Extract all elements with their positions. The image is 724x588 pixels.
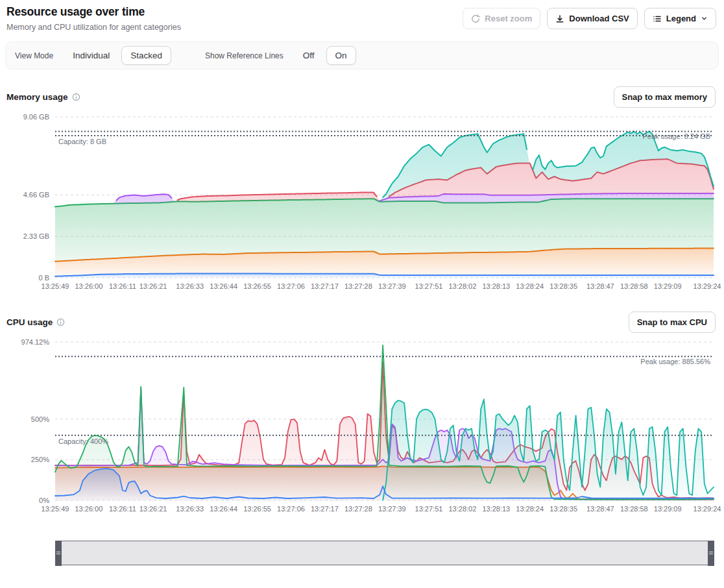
svg-text:13:26:44: 13:26:44	[210, 505, 237, 513]
svg-text:13:27:51: 13:27:51	[415, 282, 443, 290]
svg-text:13:28:47: 13:28:47	[586, 505, 614, 513]
page-title: Resource usage over time	[6, 5, 181, 19]
reference-lines-off[interactable]: Off	[294, 46, 324, 65]
svg-text:13:27:17: 13:27:17	[311, 282, 339, 290]
download-icon	[555, 14, 564, 23]
svg-text:9.06 GB: 9.06 GB	[23, 113, 49, 121]
reference-lines-label: Show Reference Lines	[205, 51, 284, 60]
svg-text:13:28:02: 13:28:02	[448, 505, 476, 513]
svg-text:250%: 250%	[31, 456, 49, 463]
refresh-icon	[471, 14, 480, 23]
brush-handle-right[interactable]	[708, 541, 714, 566]
svg-text:500%: 500%	[31, 415, 49, 423]
svg-text:13:26:55: 13:26:55	[243, 505, 271, 513]
svg-text:13:28:02: 13:28:02	[448, 282, 476, 290]
view-controls-bar: View Mode Individual Stacked Show Refere…	[5, 42, 719, 69]
legend-button[interactable]: Legend	[644, 8, 716, 29]
svg-text:13:26:33: 13:26:33	[176, 505, 204, 513]
svg-text:13:26:00: 13:26:00	[75, 505, 103, 513]
cpu-usage-heading: CPU usage	[6, 317, 53, 327]
svg-text:13:28:13: 13:28:13	[482, 282, 510, 290]
memory-usage-heading: Memory usage	[6, 92, 68, 102]
svg-text:13:28:13: 13:28:13	[482, 505, 510, 513]
svg-text:13:28:58: 13:28:58	[620, 282, 648, 290]
time-range-brush[interactable]	[55, 541, 714, 565]
snap-to-max-cpu-button[interactable]: Snap to max CPU	[629, 312, 716, 333]
svg-text:Peak usage: 885.56%: Peak usage: 885.56%	[640, 358, 710, 365]
svg-text:13:28:58: 13:28:58	[620, 505, 648, 513]
svg-text:Peak usage: 8.24 GB: Peak usage: 8.24 GB	[642, 132, 710, 140]
svg-text:13:27:28: 13:27:28	[344, 505, 372, 513]
snap-to-max-memory-button[interactable]: Snap to max memory	[614, 86, 716, 108]
memory-usage-chart[interactable]: 9.06 GB4.66 GB2.33 GB0 BCapacity: 8 GBPe…	[0, 111, 724, 294]
svg-text:13:29:24: 13:29:24	[694, 282, 721, 290]
cpu-section-title: CPU usage	[6, 317, 65, 327]
svg-text:13:25:49: 13:25:49	[42, 282, 69, 290]
svg-text:13:25:49: 13:25:49	[42, 505, 69, 513]
reference-lines-on[interactable]: On	[326, 46, 356, 65]
svg-text:0%: 0%	[39, 496, 49, 504]
svg-text:2.33 GB: 2.33 GB	[23, 232, 49, 240]
legend-label: Legend	[666, 14, 696, 23]
svg-text:13:29:09: 13:29:09	[654, 282, 682, 290]
svg-text:0 B: 0 B	[38, 274, 49, 282]
page-subtitle: Memory and CPU utilization for agent cat…	[6, 23, 181, 32]
info-icon[interactable]	[56, 318, 65, 326]
svg-text:Capacity: 8 GB: Capacity: 8 GB	[58, 138, 106, 145]
svg-text:13:27:17: 13:27:17	[311, 505, 339, 513]
snap-to-max-memory-label: Snap to max memory	[622, 92, 708, 102]
svg-text:13:28:35: 13:28:35	[549, 282, 577, 290]
svg-text:13:26:11: 13:26:11	[109, 282, 136, 290]
view-mode-stacked[interactable]: Stacked	[121, 46, 171, 65]
svg-text:13:26:33: 13:26:33	[176, 282, 204, 290]
info-icon[interactable]	[72, 93, 80, 101]
svg-text:13:26:21: 13:26:21	[139, 282, 167, 290]
svg-text:13:26:21: 13:26:21	[139, 505, 167, 513]
svg-text:974.12%: 974.12%	[21, 338, 50, 346]
svg-text:13:27:51: 13:27:51	[415, 505, 443, 513]
svg-text:13:28:47: 13:28:47	[586, 282, 614, 290]
svg-text:13:27:39: 13:27:39	[378, 282, 406, 290]
svg-text:13:27:39: 13:27:39	[378, 505, 406, 513]
svg-text:Capacity: 400%: Capacity: 400%	[58, 437, 108, 445]
reset-zoom-label: Reset zoom	[485, 14, 532, 23]
svg-text:13:29:09: 13:29:09	[654, 505, 682, 513]
view-mode-individual[interactable]: Individual	[64, 46, 119, 65]
download-csv-button[interactable]: Download CSV	[547, 8, 637, 29]
svg-text:4.66 GB: 4.66 GB	[23, 191, 49, 199]
memory-section-title: Memory usage	[6, 92, 80, 102]
svg-text:13:27:06: 13:27:06	[277, 505, 305, 513]
cpu-usage-chart[interactable]: 974.12%500%250%0%Peak usage: 885.56%Capa…	[0, 337, 724, 515]
svg-text:13:27:06: 13:27:06	[277, 282, 305, 290]
snap-to-max-cpu-label: Snap to max CPU	[637, 317, 707, 327]
page-header: Resource usage over time Memory and CPU …	[0, 5, 724, 32]
svg-text:13:28:35: 13:28:35	[549, 505, 577, 513]
svg-text:13:27:28: 13:27:28	[344, 282, 372, 290]
legend-list-icon	[653, 14, 662, 23]
brush-handle-left[interactable]	[55, 541, 62, 566]
chevron-down-icon	[701, 15, 708, 22]
svg-text:13:26:00: 13:26:00	[75, 282, 103, 290]
view-mode-label: View Mode	[15, 51, 53, 60]
svg-text:13:28:24: 13:28:24	[516, 505, 544, 513]
download-csv-label: Download CSV	[569, 14, 629, 23]
svg-text:13:28:24: 13:28:24	[516, 282, 544, 290]
svg-text:13:26:11: 13:26:11	[109, 505, 136, 513]
reset-zoom-button[interactable]: Reset zoom	[463, 8, 540, 29]
svg-text:13:26:44: 13:26:44	[210, 282, 237, 290]
svg-text:13:29:24: 13:29:24	[694, 505, 721, 513]
svg-text:13:26:55: 13:26:55	[243, 282, 271, 290]
